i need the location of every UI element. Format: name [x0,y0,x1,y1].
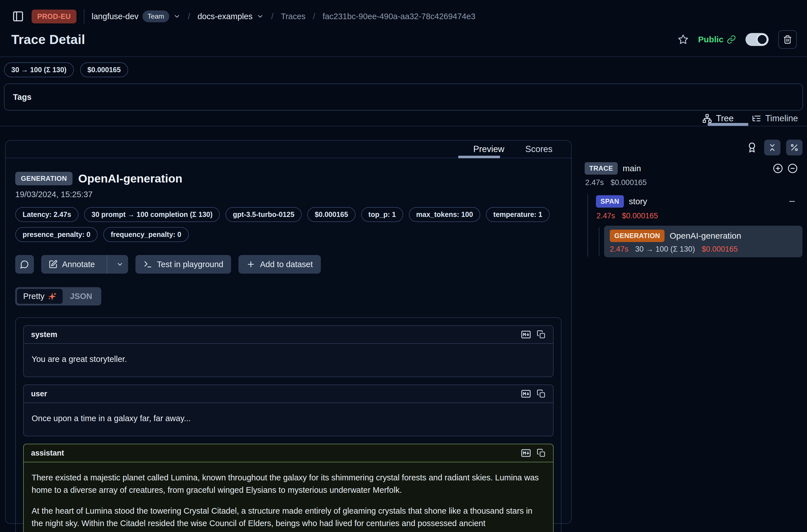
org-role-badge: Team [143,11,169,22]
message-header: user [24,385,553,403]
observation-tabs: Preview Scores [6,141,571,158]
cost-pill: $0.000165 [307,207,355,222]
tree-node-generation-selected[interactable]: GENERATION OpenAI-generation 2.47s 30 → … [604,226,803,257]
active-tab-indicator [708,123,748,126]
annotate-label: Annotate [62,260,95,269]
breadcrumb-trace-id: fac231bc-90ee-490a-aa32-78c4269474e3 [322,12,475,21]
trace-type-badge: TRACE [585,162,618,175]
bookmark-star-button[interactable] [678,34,689,45]
circle-plus-icon[interactable] [773,163,783,173]
tree-connector-line [599,227,599,256]
tokens-pill: 30 → 100 (Σ 130) [4,62,74,77]
header-divider [0,56,807,57]
trace-tree-panel: TRACE main 2.47s $0.000165 SPAN story 2.… [585,138,803,392]
trace-id: fac231bc-90ee-490a-aa32-78c4269474e3 [322,12,475,21]
delete-trace-button[interactable] [778,30,797,49]
org-name[interactable]: langfuse-dev [92,12,138,21]
generation-name: OpenAI-generation [670,231,741,241]
cost-pill: $0.000165 [80,62,128,77]
span-metrics: 2.47s $0.000165 [597,212,658,220]
generation-title-row: GENERATION OpenAI-generation [610,230,797,242]
copy-icon[interactable] [537,330,546,339]
pretty-label: Pretty [23,292,44,301]
header-actions: Public [678,30,797,49]
latency-pill: Latency: 2.47s [15,207,78,222]
environment-badge: PROD-EU [32,10,76,23]
star-icon [678,34,689,45]
test-in-playground-button[interactable]: Test in playground [135,255,231,273]
minus-icon [788,197,796,206]
span-cost: $0.000165 [622,212,658,220]
chevron-down-icon[interactable] [173,13,181,20]
chevron-down-icon[interactable] [257,13,264,20]
observation-body: GENERATION OpenAI-generation 19/03/2024,… [6,158,571,532]
tab-timeline[interactable]: Timeline [752,113,798,124]
tab-tree[interactable]: Tree [702,113,734,124]
observation-panel: Preview Scores GENERATION OpenAI-generat… [5,140,572,524]
markdown-toggle-icon[interactable] [521,329,531,340]
message-content: There existed a majestic planet called L… [24,462,553,532]
timeline-tab-label: Timeline [765,113,798,124]
collapse-all-button[interactable] [764,140,781,155]
toggle-knob [757,34,768,45]
generation-metrics: 2.47s 30 → 100 (Σ 130) $0.000165 [610,245,797,253]
section-label[interactable]: Traces [281,12,305,21]
timeline-icon [752,114,761,123]
markdown-toggle-icon[interactable] [521,448,531,458]
page-header: Trace Detail Public [11,27,797,51]
chevron-down-icon [116,261,124,268]
message-user: user Once upon a time in a galaxy far, f… [23,384,553,436]
message-header: assistant [24,444,553,462]
trace-cost: $0.000165 [611,178,647,187]
project-name[interactable]: docs-examples [198,12,252,21]
split-divider [107,255,107,273]
message-content: You are a great storyteller. [24,344,553,377]
terminal-icon [143,260,152,269]
message-system: system You are a great storyteller. [23,325,553,377]
max-tokens-pill: max_tokens: 100 [409,207,481,222]
message-role: assistant [31,449,64,458]
public-label: Public [698,35,724,44]
observation-actions: Annotate Test in playground Add to datas… [15,255,562,273]
annotation-queue-button[interactable] [747,142,757,153]
generation-type-badge: GENERATION [610,230,664,242]
tree-node-span[interactable]: SPAN story [596,195,796,208]
breadcrumb-section[interactable]: Traces [281,12,305,21]
public-toggle[interactable] [746,33,769,46]
format-json-segment[interactable]: JSON [63,289,100,304]
tokens-pill: 30 prompt → 100 completion (Σ 130) [84,207,220,222]
tags-section[interactable]: Tags [4,83,803,111]
sidebar-toggle-button[interactable] [12,10,24,23]
breadcrumb-separator: / [188,12,190,21]
annotate-dropdown-button[interactable] [112,255,128,273]
tree-node-trace[interactable]: TRACE main [585,162,798,175]
markdown-toggle-icon[interactable] [521,389,531,399]
annotate-button-group: Annotate [41,255,128,273]
collapse-node-button[interactable] [788,197,796,206]
comment-button[interactable] [15,255,34,273]
messages-container: system You are a great storyteller. user [15,317,562,532]
tab-preview[interactable]: Preview [473,144,504,154]
add-to-dataset-button[interactable]: Add to dataset [239,255,321,273]
public-share-link[interactable]: Public [698,35,736,44]
span-type-badge: SPAN [596,195,624,208]
tab-scores[interactable]: Scores [525,144,552,154]
message-header-icons [521,329,546,340]
observation-timestamp: 19/03/2024, 15:25:37 [15,190,562,199]
format-pretty-segment[interactable]: Pretty [17,289,63,304]
plus-icon [246,260,255,269]
annotate-button[interactable]: Annotate [41,255,102,273]
message-role: system [31,330,57,339]
playground-label: Test in playground [157,260,223,269]
pen-square-icon [49,260,58,269]
chevrons-down-up-icon [768,143,777,152]
toggle-percent-button[interactable] [786,140,803,155]
tree-toolbar [747,140,803,155]
add-to-dataset-label: Add to dataset [260,260,313,269]
breadcrumb-org[interactable]: langfuse-dev Team [92,11,181,22]
copy-icon[interactable] [537,449,546,458]
breadcrumb-project[interactable]: docs-examples [198,12,264,21]
copy-icon[interactable] [537,389,546,398]
circle-minus-icon[interactable] [788,163,798,173]
breadcrumb: PROD-EU langfuse-dev Team / docs-example… [12,7,796,25]
